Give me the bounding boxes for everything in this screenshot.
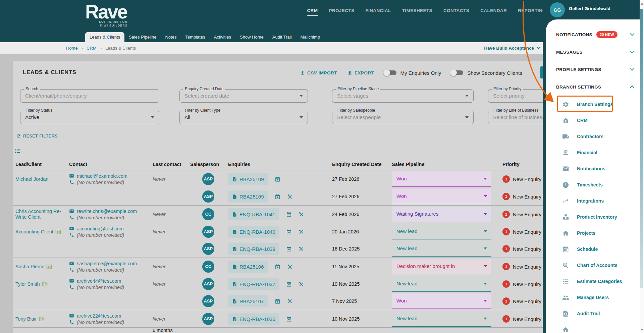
sidebar-section-messages[interactable]: MESSAGES xyxy=(546,44,644,60)
pipeline-stage-select[interactable]: Decision maker brought in xyxy=(392,259,491,274)
enquiry-chip[interactable]: RBA25106 xyxy=(228,261,268,273)
sidebar-item-timesheets[interactable]: Timesheets xyxy=(546,177,644,193)
top-nav-financial[interactable]: FINANCIAL xyxy=(365,8,391,16)
tab-activities[interactable]: Activities xyxy=(210,32,235,42)
dropdown-caret-icon[interactable] xyxy=(465,95,469,97)
reset-filters-button[interactable]: RESET FILTERS xyxy=(16,133,58,138)
enquiry-chip[interactable]: ENQ-RBA-1040 xyxy=(228,226,279,238)
pipeline-stage-select[interactable]: New lead xyxy=(392,224,491,239)
dropdown-caret-icon[interactable] xyxy=(484,247,487,249)
client-name-link[interactable]: Michael Jordan xyxy=(15,176,48,182)
rave-logo[interactable]: Rave SOFTWARE FOR KIWI BUILDERS xyxy=(85,1,127,27)
calendar-add-icon[interactable] xyxy=(286,316,292,322)
enquiry-chip[interactable]: ENQ-RBA-1041 xyxy=(228,208,279,220)
filter-field-filter-by-salespeople[interactable]: Filter by SalespeopleSelect salespeople xyxy=(332,111,474,124)
sidebar-item-partial[interactable] xyxy=(546,322,644,333)
dropdown-caret-icon[interactable] xyxy=(300,95,303,97)
enquiry-chip[interactable]: RBA25109 xyxy=(228,190,268,203)
sidebar-item-contractors[interactable]: Contractors xyxy=(546,128,644,145)
client-name-link[interactable]: Sasha Pierce xyxy=(15,264,44,270)
csv-import-button[interactable]: CSV IMPORT xyxy=(300,70,337,75)
user-avatar[interactable]: GG xyxy=(550,2,565,17)
my-enquiries-toggle[interactable]: My Enquiries Only xyxy=(384,70,441,76)
tab-show-home[interactable]: Show Home xyxy=(235,32,268,42)
calendar-add-icon[interactable] xyxy=(275,194,280,200)
dropdown-caret-icon[interactable] xyxy=(484,283,487,285)
client-name-link[interactable]: Tony Blair xyxy=(15,316,37,322)
top-nav-timesheets[interactable]: TIMESHEETS xyxy=(402,8,432,16)
tab-leads-clients[interactable]: Leads & Clients xyxy=(85,32,124,42)
email-link[interactable]: michael@example.com xyxy=(77,173,127,179)
build-selector[interactable]: Rave Build Acceptance xyxy=(484,42,541,54)
sidebar-item-integrations[interactable]: Integrations xyxy=(546,193,644,209)
dropdown-caret-icon[interactable] xyxy=(484,178,487,180)
sidebar-item-schedule[interactable]: Schedule xyxy=(546,241,644,257)
filter-field-search[interactable]: SearchClient/email/phone/enquiry xyxy=(20,89,159,103)
pipeline-stage-select[interactable]: Won xyxy=(392,189,491,204)
top-nav-calendar[interactable]: CALENDAR xyxy=(480,8,507,16)
checklist-icon[interactable] xyxy=(14,148,20,155)
top-nav-contacts[interactable]: CONTACTS xyxy=(443,8,469,16)
email-link[interactable]: accounting@test.com xyxy=(77,226,124,231)
top-nav-crm[interactable]: CRM xyxy=(307,8,318,16)
filter-field-filter-by-pipeline-stage[interactable]: Filter by Pipeline StageSelect stages xyxy=(332,89,474,103)
sidebar-item-estimate-categories[interactable]: Estimate Categories xyxy=(546,273,644,289)
filter-field-filter-by-client-type[interactable]: Filter by Client TypeAll xyxy=(179,111,308,124)
top-nav-projects[interactable]: PROJECTS xyxy=(329,8,354,16)
dropdown-caret-icon[interactable] xyxy=(484,213,487,215)
dropdown-caret-icon[interactable] xyxy=(300,116,303,118)
sidebar-item-crm[interactable]: CRM xyxy=(546,112,644,128)
tab-audit-trail[interactable]: Audit Trail xyxy=(268,32,296,42)
sidebar-section-branch-settings[interactable]: BRANCH SETTINGS xyxy=(546,78,644,95)
enquiry-chip[interactable]: RBA25107 xyxy=(228,295,268,307)
tools-icon[interactable] xyxy=(299,229,304,235)
chevron-down-icon[interactable] xyxy=(630,50,635,54)
enquiry-chip[interactable]: ENQ-RBA-1037 xyxy=(228,278,279,290)
pipeline-stage-select[interactable]: Waiting Signatures xyxy=(392,207,491,222)
email-link[interactable]: rewrite.chris@example.com xyxy=(77,209,137,214)
client-name-link[interactable]: Chris Accounting Re-Write Client xyxy=(15,209,72,220)
tab-mailchimp[interactable]: Mailchimp xyxy=(296,32,325,42)
user-name[interactable]: Gellert Grindelwald xyxy=(569,0,610,19)
export-button[interactable]: EXPORT xyxy=(347,70,374,75)
tools-icon[interactable] xyxy=(299,281,304,287)
email-link[interactable]: archive22@test.com xyxy=(77,313,121,319)
tools-icon[interactable] xyxy=(287,264,293,270)
dropdown-caret-icon[interactable] xyxy=(484,195,487,197)
email-link[interactable]: archive44@test.com xyxy=(77,278,121,284)
calendar-add-icon[interactable] xyxy=(286,281,292,287)
chevron-down-icon[interactable] xyxy=(630,33,635,36)
tab-templates[interactable]: Templates xyxy=(181,32,209,42)
enquiry-chip[interactable]: ENQ-RBA-1039 xyxy=(228,243,279,255)
filter-field-enquiry-created-date[interactable]: Enquiry Created DateSelect created date xyxy=(179,89,308,103)
calendar-add-icon[interactable] xyxy=(286,229,292,235)
sidebar-section-notifications[interactable]: NOTIFICATIONS20 NEW xyxy=(546,26,644,43)
dropdown-caret-icon[interactable] xyxy=(484,300,487,302)
enquiry-chip[interactable]: RBA25109 xyxy=(228,173,268,185)
sidebar-item-notifications[interactable]: Notifications xyxy=(546,161,644,177)
dropdown-caret-icon[interactable] xyxy=(151,116,154,118)
pipeline-stage-select[interactable]: Won xyxy=(392,171,491,187)
client-name-link[interactable]: Tyler Smith xyxy=(15,281,40,287)
tools-icon[interactable] xyxy=(299,246,304,252)
sidebar-section-profile-settings[interactable]: PROFILE SETTINGS xyxy=(546,61,644,78)
sidebar-item-manage-users[interactable]: Manage Users xyxy=(546,289,644,306)
scroll-down-arrow-icon[interactable] xyxy=(641,329,643,331)
tools-icon[interactable] xyxy=(299,212,304,217)
pipeline-stage-select[interactable]: Won xyxy=(392,293,491,309)
top-nav-reporting[interactable]: REPORTING xyxy=(518,8,546,16)
tab-notes[interactable]: Notes xyxy=(161,32,181,42)
pipeline-stage-select[interactable]: New lead xyxy=(392,311,491,327)
sidebar-item-financial[interactable]: $Financial xyxy=(546,145,644,161)
sidebar-item-product-inventory[interactable]: Product Inventory xyxy=(546,209,644,225)
chevron-up-icon[interactable] xyxy=(630,85,635,89)
breadcrumb-link-home[interactable]: Home xyxy=(66,46,78,51)
pipeline-stage-select[interactable]: New lead xyxy=(392,241,491,257)
scroll-up-arrow-icon[interactable] xyxy=(641,3,643,5)
client-name-link[interactable]: Accounting Client xyxy=(15,229,53,235)
email-link[interactable]: sashapierce@example.com xyxy=(77,261,137,266)
breadcrumb-link-crm[interactable]: CRM xyxy=(87,46,97,51)
dropdown-caret-icon[interactable] xyxy=(484,230,487,232)
tools-icon[interactable] xyxy=(287,194,293,200)
calendar-add-icon[interactable] xyxy=(286,246,292,252)
